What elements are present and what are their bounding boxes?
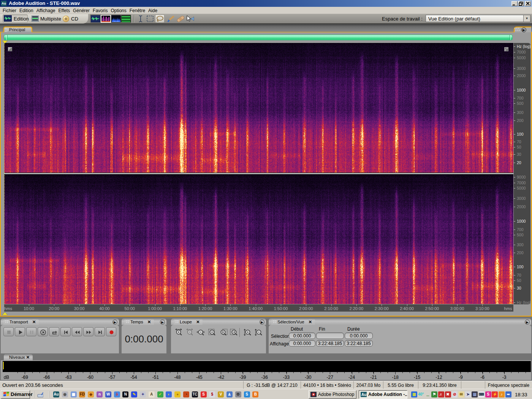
svg-text:Au: Au bbox=[361, 393, 366, 397]
